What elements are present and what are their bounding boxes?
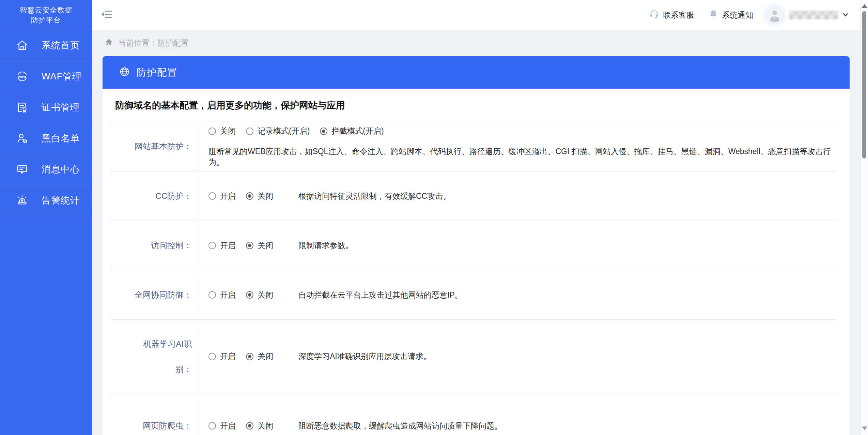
- radio-option-label: 关闭: [258, 351, 273, 362]
- radio-option[interactable]: 关闭: [246, 351, 273, 362]
- config-table: 网站基本防护： 关闭记录模式(开启)拦截模式(开启) 阻断常见的WEB应用攻击，…: [111, 122, 837, 435]
- home-icon: [16, 39, 28, 51]
- panel-header: 防护配置: [103, 56, 850, 89]
- radio-icon[interactable]: [246, 192, 253, 200]
- radio-icon[interactable]: [246, 242, 253, 249]
- config-row-label: 全网协同防御：: [111, 270, 199, 319]
- menu-fold-icon: [101, 10, 112, 20]
- radio-group: 开启关闭限制请求参数。: [208, 240, 837, 251]
- radio-option-label: 开启: [220, 290, 236, 300]
- panel-subtitle: 防御域名的基本配置，启用更多的功能，保护网站与应用: [103, 89, 850, 122]
- radio-option-label: 关闭: [258, 421, 273, 431]
- radio-icon[interactable]: [320, 127, 327, 135]
- message-icon: [16, 163, 28, 176]
- certificate-icon: [16, 101, 28, 114]
- radio-icon[interactable]: [246, 353, 253, 360]
- alarm-icon: [16, 194, 28, 207]
- sidebar-item-6[interactable]: 告警统计: [0, 185, 92, 216]
- headset-icon: [649, 9, 659, 21]
- sidebar-item-2[interactable]: www WAF管理: [0, 61, 92, 92]
- avatar: [766, 6, 783, 24]
- radio-option[interactable]: 拦截模式(开启): [320, 126, 384, 136]
- radio-icon[interactable]: [246, 127, 253, 135]
- config-row-description: 限制请求参数。: [298, 240, 353, 251]
- user-menu[interactable]: [766, 6, 848, 24]
- radio-option[interactable]: 记录模式(开启): [246, 126, 310, 136]
- sidebar-item-label: 系统首页: [42, 39, 80, 51]
- radio-icon[interactable]: [208, 422, 216, 430]
- radio-option-label: 关闭: [258, 290, 273, 300]
- svg-text:www: www: [18, 74, 27, 78]
- config-row-description: 深度学习AI准确识别应用层攻击请求。: [298, 351, 431, 362]
- radio-option-label: 开启: [220, 351, 236, 362]
- vertical-scrollbar[interactable]: [861, 0, 868, 435]
- scrollbar-thumb[interactable]: [862, 11, 866, 159]
- sidebar-item-5[interactable]: 消息中心: [0, 154, 92, 185]
- radio-group: 开启关闭自动拦截在云平台上攻击过其他网站的恶意IP。: [208, 290, 837, 300]
- breadcrumb-text: 当前位置：防护配置: [118, 38, 189, 48]
- radio-option[interactable]: 开启: [208, 351, 236, 362]
- config-row: 网页防爬虫： 开启关闭阻断恶意数据爬取，缓解爬虫造成网站访问质量下降问题。: [111, 393, 837, 435]
- main-content: 当前位置：防护配置 防护配置 防御域名的基本配置，启用更多的功能，保护网站与应用…: [92, 30, 861, 435]
- topbar-right: 联系客服 系统通知: [649, 6, 848, 24]
- sidebar-item-4[interactable]: 黑白名单: [0, 123, 92, 154]
- radio-option-label: 记录模式(开启): [258, 126, 310, 136]
- radio-option[interactable]: 关闭: [246, 191, 273, 201]
- sidebar-item-label: 告警统计: [42, 194, 80, 207]
- radio-option[interactable]: 开启: [208, 191, 236, 201]
- radio-option[interactable]: 关闭: [246, 290, 273, 300]
- sidebar-item-1[interactable]: 系统首页: [0, 30, 92, 61]
- radio-group: 开启关闭阻断恶意数据爬取，缓解爬虫造成网站访问质量下降问题。: [208, 421, 837, 431]
- config-row-label: 访问控制：: [111, 221, 199, 270]
- radio-option-label: 开启: [220, 240, 236, 251]
- radio-icon[interactable]: [208, 127, 216, 135]
- radio-icon[interactable]: [208, 353, 216, 360]
- radio-icon[interactable]: [208, 242, 216, 249]
- sidebar-item-3[interactable]: 证书管理: [0, 92, 92, 123]
- system-notice-label: 系统通知: [722, 10, 753, 20]
- breadcrumb: 当前位置：防护配置: [103, 30, 850, 56]
- sidebar: 智慧云安全数据 防护平台 系统首页 www WAF管理 证书管理 黑白名单 消息…: [0, 0, 92, 435]
- chevron-down-icon: [843, 13, 848, 17]
- radio-option-label: 拦截模式(开启): [331, 126, 384, 136]
- radio-icon[interactable]: [208, 192, 216, 200]
- sidebar-item-label: WAF管理: [42, 70, 82, 82]
- radio-icon[interactable]: [208, 291, 216, 299]
- radio-group: 开启关闭根据访问特征灵活限制，有效缓解CC攻击。: [208, 191, 837, 201]
- radio-option[interactable]: 开启: [208, 290, 236, 300]
- scroll-down-arrow-icon[interactable]: [862, 426, 867, 430]
- radio-option-label: 开启: [220, 191, 236, 201]
- user-block-icon: [16, 132, 28, 145]
- sidebar-collapse-button[interactable]: [101, 10, 113, 20]
- radio-icon[interactable]: [246, 291, 253, 299]
- config-row-description: 根据访问特征灵活限制，有效缓解CC攻击。: [298, 191, 451, 201]
- radio-option-label: 关闭: [258, 240, 273, 251]
- user-name-masked: [789, 11, 838, 19]
- radio-group: 开启关闭深度学习AI准确识别应用层攻击请求。: [208, 351, 837, 362]
- config-row-label: 网站基本防护：: [111, 122, 199, 171]
- radio-option[interactable]: 开启: [208, 240, 236, 251]
- radio-option[interactable]: 关闭: [208, 126, 236, 136]
- sidebar-item-label: 证书管理: [42, 101, 80, 114]
- sidebar-item-label: 消息中心: [42, 163, 80, 176]
- radio-option[interactable]: 关闭: [246, 421, 273, 431]
- globe-icon: [119, 66, 130, 79]
- radio-option-label: 关闭: [220, 126, 236, 136]
- radio-option[interactable]: 关闭: [246, 240, 273, 251]
- topbar: 联系客服 系统通知: [92, 0, 861, 30]
- config-row-description: 自动拦截在云平台上攻击过其他网站的恶意IP。: [298, 290, 463, 300]
- radio-option[interactable]: 开启: [208, 421, 236, 431]
- config-row: 全网协同防御： 开启关闭自动拦截在云平台上攻击过其他网站的恶意IP。: [111, 270, 837, 320]
- radio-group: 关闭记录模式(开启)拦截模式(开启): [208, 126, 837, 136]
- contact-service-button[interactable]: 联系客服: [649, 9, 694, 21]
- radio-option-label: 开启: [220, 421, 236, 431]
- config-row-label: 机器学习AI识别：: [111, 320, 199, 393]
- config-row-label: 网页防爬虫：: [111, 393, 199, 435]
- config-row-description: 阻断常见的WEB应用攻击，如SQL注入、命令注入、跨站脚本、代码执行、路径遍历、…: [208, 146, 837, 167]
- sidebar-nav: 系统首页 www WAF管理 证书管理 黑白名单 消息中心 告警统计: [0, 30, 92, 216]
- radio-option-label: 关闭: [258, 191, 273, 201]
- radio-icon[interactable]: [246, 422, 253, 430]
- contact-service-label: 联系客服: [663, 10, 694, 20]
- scroll-up-arrow-icon[interactable]: [862, 4, 867, 8]
- system-notice-button[interactable]: 系统通知: [709, 9, 753, 21]
